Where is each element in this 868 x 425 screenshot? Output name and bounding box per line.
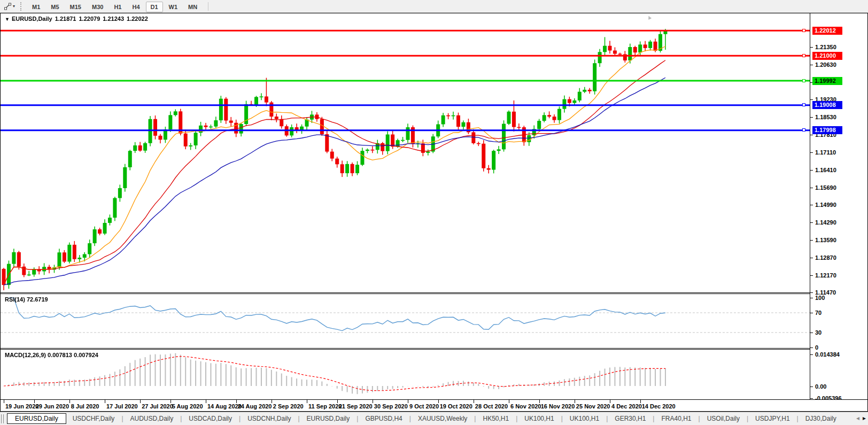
date-tick bbox=[4, 400, 4, 403]
timeframe-buttons: M1M5M15M30H1H4D1W1MN bbox=[27, 2, 203, 11]
date-tick bbox=[170, 400, 171, 403]
macd-axis-label: 0.00 bbox=[815, 383, 826, 390]
date-tick-label: 2 Sep 2020 bbox=[273, 403, 304, 409]
ohlc-close: 1.22022 bbox=[127, 16, 148, 22]
date-tick bbox=[640, 400, 641, 403]
chart-tab-uk100-h1[interactable]: UK100,H1 bbox=[563, 414, 606, 423]
timeframe-button-m30[interactable]: M30 bbox=[87, 2, 108, 12]
timeframe-button-m1[interactable]: M1 bbox=[27, 2, 45, 12]
timeframe-button-mn[interactable]: MN bbox=[183, 2, 202, 12]
line-studies-dropdown-caret[interactable]: ▾ bbox=[13, 4, 15, 9]
rsi-axis-label: 30 bbox=[815, 329, 821, 336]
chart-tab-usoil-daily[interactable]: USOil,Daily bbox=[701, 414, 746, 423]
timeframe-button-h4[interactable]: H4 bbox=[127, 2, 144, 12]
toolbar-grip[interactable] bbox=[20, 2, 22, 11]
chart-tab-usdcnh-daily[interactable]: USDCNH,Daily bbox=[241, 414, 297, 423]
price-tick-tick bbox=[810, 135, 813, 135]
price-tick-tick bbox=[810, 292, 813, 293]
date-tick-label: 28 Oct 2020 bbox=[475, 403, 508, 409]
date-tick-label: 11 Sep 2020 bbox=[308, 403, 342, 409]
rsi-axis-label: 70 bbox=[815, 309, 821, 316]
ohlc-open: 1.21871 bbox=[55, 16, 76, 22]
chart-tab-audusd-daily[interactable]: AUDUSD,Daily bbox=[124, 414, 180, 423]
date-tick-label: 17 Jul 2020 bbox=[106, 403, 138, 409]
date-tick-label: 6 Nov 2020 bbox=[510, 403, 541, 409]
date-tick bbox=[474, 400, 474, 403]
chart-tab-hk50-h1[interactable]: HK50,H1 bbox=[476, 414, 515, 423]
level-line-handle[interactable] bbox=[802, 103, 805, 106]
collapse-indicators-icon[interactable]: ▼ bbox=[5, 17, 10, 22]
tab-scroll-right-icon[interactable]: ▸ bbox=[863, 414, 866, 422]
tab-scroll-left-icon[interactable]: ◂ bbox=[856, 414, 859, 422]
price-pane: ▼EURUSD,Daily1.218711.220791.212431.2202… bbox=[1, 13, 810, 292]
date-tick-label: 30 Sep 2020 bbox=[374, 403, 408, 409]
line-studies-icon[interactable] bbox=[2, 2, 13, 11]
timeframe-button-h1[interactable]: H1 bbox=[109, 2, 126, 12]
level-line-handle[interactable] bbox=[802, 79, 805, 82]
timeframe-button-d1[interactable]: D1 bbox=[146, 2, 163, 12]
rsi-axis-tick bbox=[810, 333, 813, 333]
date-tick bbox=[236, 400, 237, 403]
price-tick-label: 1.15690 bbox=[815, 184, 836, 191]
level-line-handle[interactable] bbox=[802, 54, 805, 57]
macd-axis-tick bbox=[810, 354, 813, 355]
chart-tab-bar: EURUSD,DailyUSDCHF,Daily|AUDUSD,Daily|US… bbox=[0, 412, 868, 425]
level-line-handle[interactable] bbox=[802, 128, 805, 132]
date-tick-label: 25 Nov 2020 bbox=[576, 403, 610, 409]
chart-symbol-label: EURUSD,Daily bbox=[12, 16, 52, 22]
price-tick-label: 1.12870 bbox=[815, 254, 836, 261]
candlestick-chart-canvas[interactable] bbox=[1, 13, 810, 292]
chart-tab-ger30-h1[interactable]: GER30,H1 bbox=[608, 414, 652, 423]
rsi-chart-canvas[interactable] bbox=[1, 294, 810, 348]
date-tick-label: 24 Aug 2020 bbox=[238, 403, 272, 409]
level-price-badge: 1.22012 bbox=[812, 27, 842, 35]
macd-chart-canvas[interactable] bbox=[1, 350, 810, 399]
chart-tab-fra40-h1[interactable]: FRA40,H1 bbox=[655, 414, 698, 423]
price-tick-tick bbox=[810, 222, 813, 223]
chart-tab-usdcad-daily[interactable]: USDCAD,Daily bbox=[182, 414, 238, 423]
rsi-axis-tick bbox=[810, 313, 813, 313]
rsi-pane: RSI(14) 72.6719 bbox=[1, 292, 810, 348]
price-tick-tick bbox=[810, 99, 813, 100]
chart-window: ▼EURUSD,Daily1.218711.220791.212431.2202… bbox=[0, 13, 868, 412]
date-tick-label: 8 Jul 2020 bbox=[71, 403, 99, 409]
date-tick-label: 16 Nov 2020 bbox=[541, 403, 575, 409]
price-tick-tick bbox=[810, 170, 813, 171]
chart-tab-usdchf-daily[interactable]: USDCHF,Daily bbox=[66, 414, 121, 423]
price-tick-tick bbox=[810, 47, 813, 48]
date-tick-label: 19 Jun 2020 bbox=[5, 403, 38, 409]
date-tick bbox=[373, 400, 373, 403]
chart-tab-eurusd-daily[interactable]: EURUSD,Daily bbox=[7, 413, 66, 424]
price-tick-tick bbox=[810, 258, 813, 258]
date-tick bbox=[509, 400, 509, 403]
chart-title: ▼EURUSD,Daily1.218711.220791.212431.2202… bbox=[5, 16, 151, 22]
date-tick bbox=[408, 400, 408, 403]
chart-tab-uk100-h1[interactable]: UK100,H1 bbox=[518, 414, 560, 423]
date-tick bbox=[69, 400, 70, 403]
price-tick-label: 1.14990 bbox=[815, 201, 836, 208]
date-tick bbox=[539, 400, 540, 403]
timeframe-button-m15[interactable]: M15 bbox=[65, 2, 86, 12]
rsi-axis-tick bbox=[810, 298, 813, 298]
chart-tab-xauusd-weekly[interactable]: XAUUSD,Weekly bbox=[412, 414, 474, 423]
date-tick-label: 14 Dec 2020 bbox=[642, 403, 676, 409]
price-tick-tick bbox=[810, 152, 813, 153]
price-tick-tick bbox=[810, 65, 813, 65]
toolbar-separator bbox=[208, 2, 208, 11]
chart-tab-eurusd-daily[interactable]: EURUSD,Daily bbox=[300, 414, 356, 423]
date-tick bbox=[575, 400, 575, 403]
price-tick-label: 1.21350 bbox=[815, 43, 836, 51]
chart-tab-dj30-daily[interactable]: DJ30,Daily bbox=[799, 414, 841, 423]
timeframe-button-m5[interactable]: M5 bbox=[46, 2, 64, 12]
date-tick bbox=[34, 400, 35, 403]
date-axis: 19 Jun 202029 Jun 20208 Jul 202017 Jul 2… bbox=[1, 399, 867, 411]
timeframe-button-w1[interactable]: W1 bbox=[164, 2, 183, 12]
level-line-handle[interactable] bbox=[802, 29, 805, 32]
level-price-badge: 1.21000 bbox=[812, 52, 842, 60]
tabbar-grip[interactable] bbox=[1, 414, 4, 423]
rsi-axis-label: 100 bbox=[815, 294, 825, 302]
tab-items: EURUSD,DailyUSDCHF,Daily|AUDUSD,Daily|US… bbox=[7, 413, 841, 424]
macd-pane: MACD(12,26,9) 0.007813 0.007924 bbox=[1, 348, 810, 399]
chart-tab-gbpusd-h4[interactable]: GBPUSD,H4 bbox=[359, 414, 408, 423]
chart-tab-usdjpy-h1[interactable]: USDJPY,H1 bbox=[749, 414, 796, 423]
